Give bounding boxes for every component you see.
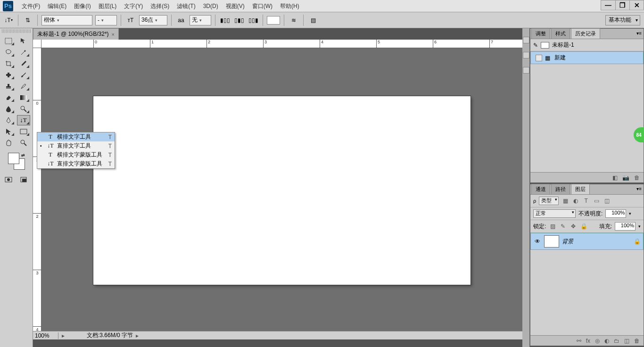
workspace-dropdown[interactable]: 基本功能 — [605, 15, 640, 25]
filter-shape-icon[interactable]: ▭ — [593, 197, 600, 205]
tab-paths[interactable]: 路径 — [551, 184, 570, 194]
hand-tool[interactable] — [2, 138, 15, 148]
delete-layer-icon[interactable]: 🗑 — [634, 338, 640, 344]
lock-image-icon[interactable]: ✎ — [559, 223, 567, 230]
collapsed-panel-icon[interactable] — [523, 67, 529, 74]
layer-filter-dropdown[interactable]: 类型 — [539, 197, 559, 205]
type-tool[interactable]: ↓T — [17, 115, 30, 125]
zoom-tool[interactable] — [17, 138, 30, 148]
history-state[interactable]: ▦ 新建 — [530, 51, 644, 64]
flyout-item[interactable]: ↓T直排文字蒙版工具T — [37, 159, 115, 168]
close-button[interactable]: ✕ — [629, 0, 644, 10]
eraser-tool[interactable] — [2, 92, 15, 103]
menu-item[interactable]: 编辑(E) — [44, 0, 70, 12]
collapsed-panel-icon[interactable] — [523, 52, 529, 58]
tab-adjustments[interactable]: 调整 — [531, 28, 550, 39]
layer-fx-icon[interactable]: fx — [586, 338, 590, 344]
document-canvas[interactable] — [93, 96, 471, 285]
layer-group-icon[interactable]: 🗀 — [614, 338, 619, 344]
stamp-tool[interactable] — [2, 81, 15, 91]
menu-item[interactable]: 图像(I) — [70, 0, 94, 12]
filter-pixel-icon[interactable]: ▦ — [561, 197, 569, 205]
screen-mode-icon[interactable] — [17, 174, 30, 185]
lasso-tool[interactable] — [2, 47, 15, 58]
pen-tool[interactable] — [2, 115, 15, 125]
marquee-tool[interactable] — [2, 36, 15, 46]
collapsed-panel-icon[interactable] — [523, 37, 529, 43]
font-style-dropdown[interactable]: -▾ — [95, 15, 117, 25]
brush-tool[interactable] — [17, 70, 30, 80]
filter-smart-icon[interactable]: ◫ — [603, 197, 611, 205]
document-info[interactable]: 文档:3.66M/0 字节 — [68, 331, 133, 339]
minimize-button[interactable]: — — [601, 0, 615, 10]
ruler-origin[interactable] — [33, 40, 41, 48]
horizontal-ruler[interactable]: 01234567 — [41, 40, 530, 48]
healing-brush-tool[interactable] — [2, 70, 15, 80]
align-center-icon[interactable]: ▯▮▯ — [233, 15, 245, 26]
tab-history[interactable]: 历史记录 — [571, 28, 600, 39]
menu-item[interactable]: 窗口(W) — [248, 0, 276, 12]
document-tab[interactable]: 未标题-1 @ 100%(RGB/32*) × — [33, 28, 119, 40]
history-brush-tool[interactable] — [17, 81, 30, 91]
flyout-item[interactable]: •↓T直排文字工具T — [37, 141, 115, 150]
move-tool[interactable] — [17, 36, 30, 46]
menu-item[interactable]: 选择(S) — [147, 0, 173, 12]
filter-adjust-icon[interactable]: ◐ — [572, 197, 579, 205]
layer-mask-icon[interactable]: ◎ — [595, 338, 600, 344]
menu-item[interactable]: 文件(F) — [18, 0, 44, 12]
gradient-tool[interactable] — [17, 92, 30, 103]
quick-mask-icon[interactable] — [2, 174, 15, 185]
tab-styles[interactable]: 样式 — [551, 28, 570, 39]
menu-item[interactable]: 文字(Y) — [120, 0, 147, 12]
maximize-button[interactable]: ❐ — [615, 0, 629, 10]
flyout-item[interactable]: T横排文字工具T — [37, 132, 115, 141]
menu-item[interactable]: 视图(V) — [222, 0, 248, 12]
toggle-orientation-icon[interactable]: ⇅ — [22, 15, 33, 26]
character-panel-icon[interactable]: ▤ — [307, 15, 319, 26]
font-size-dropdown[interactable]: 36点▾ — [139, 15, 167, 25]
path-selection-tool[interactable] — [2, 126, 15, 137]
opacity-input[interactable]: 100% — [605, 209, 626, 218]
warp-text-icon[interactable]: ≋ — [288, 15, 299, 26]
swap-colors-icon[interactable]: ⇄ — [21, 153, 25, 157]
panel-menu-icon[interactable]: ▾≡ — [636, 186, 642, 191]
camera-icon[interactable]: 📷 — [622, 174, 629, 181]
lock-all-icon[interactable]: 🔒 — [580, 223, 587, 230]
fill-input[interactable]: 100% — [615, 222, 636, 231]
magic-wand-tool[interactable] — [17, 47, 30, 58]
text-color-swatch[interactable] — [267, 16, 280, 25]
menu-item[interactable]: 帮助(H) — [276, 0, 303, 12]
foreground-color[interactable] — [8, 153, 19, 164]
layer-name[interactable]: 背景 — [562, 238, 631, 246]
text-orientation-icon[interactable]: ↓T ▾ — [3, 15, 14, 26]
close-tab-icon[interactable]: × — [112, 32, 115, 37]
menu-item[interactable]: 3D(D) — [199, 0, 222, 12]
dodge-tool[interactable] — [17, 104, 30, 114]
menu-item[interactable]: 图层(L) — [95, 0, 121, 12]
status-menu-icon[interactable]: ▸ — [136, 332, 139, 339]
tab-channels[interactable]: 通道 — [531, 184, 550, 194]
toolbox-grip[interactable] — [2, 29, 31, 33]
color-swatches[interactable]: ⇄ — [8, 153, 25, 170]
status-arrow-icon[interactable]: ▸ — [58, 332, 68, 339]
align-right-icon[interactable]: ▯▯▮ — [248, 15, 259, 26]
new-layer-icon[interactable]: ◫ — [624, 338, 629, 344]
link-layers-icon[interactable]: ⚯ — [577, 338, 581, 344]
lock-transparent-icon[interactable]: ▨ — [549, 223, 556, 230]
filter-type-icon[interactable]: T — [582, 197, 590, 205]
zoom-level[interactable]: 100% — [33, 332, 58, 339]
font-family-dropdown[interactable]: 楷体▾ — [41, 15, 92, 25]
align-left-icon[interactable]: ▮▯▯ — [219, 15, 231, 26]
lock-position-icon[interactable]: ✥ — [570, 223, 577, 230]
history-document-row[interactable]: ✎ 未标题-1 — [530, 39, 644, 51]
visibility-icon[interactable]: 👁 — [534, 238, 541, 245]
panel-collapse-bar[interactable] — [522, 28, 530, 347]
antialias-dropdown[interactable]: 无▾ — [190, 15, 211, 25]
blur-tool[interactable] — [2, 104, 15, 114]
crop-tool[interactable] — [2, 58, 15, 69]
trash-icon[interactable]: 🗑 — [634, 174, 640, 181]
adjustment-layer-icon[interactable]: ◐ — [604, 338, 609, 344]
menu-item[interactable]: 滤镜(T) — [173, 0, 199, 12]
layer-thumbnail[interactable] — [544, 235, 559, 248]
panel-menu-icon[interactable]: ▾≡ — [636, 31, 642, 36]
